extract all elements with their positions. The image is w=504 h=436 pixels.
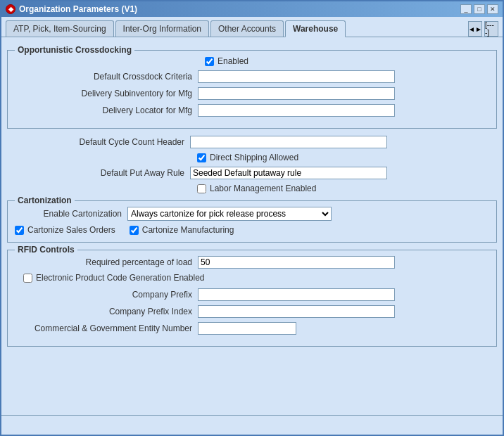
cartonize-sales-orders-checkbox[interactable] [15, 226, 24, 235]
rfid-controls-title: RFID Controls [15, 245, 77, 255]
cartonize-manufacturing-group: Cartonize Manufacturing [130, 225, 234, 235]
tab-atp[interactable]: ATP, Pick, Item-Sourcing [6, 20, 114, 37]
delivery-locator-label: Delivery Locator for Mfg [15, 105, 198, 115]
title-bar-left: ◆ Organization Parameters (V1) [6, 4, 137, 14]
enable-cartonization-label: Enable Cartonization [15, 209, 127, 219]
electronic-product-checkbox[interactable] [23, 274, 32, 283]
company-prefix-index-row: Company Prefix Index [15, 305, 489, 318]
electronic-product-row: Electronic Product Code Generation Enabl… [23, 273, 489, 283]
cartonize-checkboxes-row: Cartonize Sales Orders Cartonize Manufac… [15, 225, 489, 235]
close-button[interactable]: ✕ [487, 4, 498, 14]
tab-prev-button[interactable]: ◄► [468, 21, 482, 37]
cartonize-manufacturing-checkbox[interactable] [130, 226, 139, 235]
enabled-row: Enabled [205, 56, 489, 66]
labor-management-row: Labor Management Enabled [197, 184, 497, 193]
required-percentage-label: Required percentage of load [15, 257, 198, 267]
delivery-subinventory-row: Delivery Subinventory for Mfg [15, 87, 489, 100]
cartonization-section: Cartonization Enable Cartonization Alway… [7, 200, 497, 243]
company-prefix-label: Company Prefix [15, 290, 198, 300]
company-prefix-index-input[interactable] [198, 305, 395, 318]
tab-warehouse[interactable]: Warehouse [285, 20, 346, 37]
tab-inter-org[interactable]: Inter-Org Information [115, 20, 209, 37]
rfid-controls-section: RFID Controls Required percentage of loa… [7, 250, 497, 347]
window-title: Organization Parameters (V1) [19, 4, 137, 14]
enabled-checkbox[interactable] [205, 57, 214, 66]
minimize-button[interactable]: _ [460, 4, 472, 14]
company-prefix-input[interactable] [198, 288, 395, 301]
cartonize-sales-orders-group: Cartonize Sales Orders [15, 225, 115, 235]
required-percentage-input[interactable] [198, 256, 395, 269]
default-put-away-row: Default Put Away Rule [7, 167, 497, 179]
direct-shipping-checkbox[interactable] [197, 153, 206, 162]
opportunistic-crossdocking-section: Opportunistic Crossdocking Enabled Defau… [7, 50, 497, 129]
default-crossdock-label: Default Crossdock Criteria [15, 72, 198, 82]
default-crossdock-row: Default Crossdock Criteria [15, 70, 489, 83]
commercial-entity-input[interactable] [198, 322, 296, 335]
opportunistic-crossdocking-title: Opportunistic Crossdocking [15, 45, 134, 55]
bottom-nav [1, 415, 503, 435]
tab-other-accounts[interactable]: Other Accounts [210, 20, 284, 37]
labor-management-label: Labor Management Enabled [210, 184, 316, 193]
enabled-label: Enabled [218, 56, 248, 66]
content-area: Opportunistic Crossdocking Enabled Defau… [1, 37, 503, 415]
default-cycle-count-row: Default Cycle Count Header [7, 136, 497, 148]
delivery-subinventory-label: Delivery Subinventory for Mfg [15, 89, 198, 98]
direct-shipping-row: Direct Shipping Allowed [197, 153, 497, 162]
cartonize-sales-orders-label: Cartonize Sales Orders [27, 225, 115, 235]
default-cycle-count-label: Default Cycle Count Header [7, 137, 190, 147]
company-prefix-row: Company Prefix [15, 288, 489, 301]
cycle-count-section: Default Cycle Count Header Direct Shippi… [7, 136, 497, 193]
tab-navigation: ◄► [----] [468, 21, 498, 37]
app-icon: ◆ [6, 4, 15, 14]
delivery-locator-row: Delivery Locator for Mfg [15, 104, 489, 117]
default-put-away-label: Default Put Away Rule [7, 168, 190, 178]
cartonization-title: Cartonization [15, 195, 75, 205]
labor-management-checkbox[interactable] [197, 184, 206, 193]
delivery-locator-input[interactable] [198, 104, 395, 117]
title-buttons: _ □ ✕ [460, 4, 498, 14]
commercial-entity-row: Commercial & Government Entity Number [15, 322, 489, 335]
default-put-away-input[interactable] [190, 167, 387, 179]
maximize-button[interactable]: □ [474, 4, 485, 14]
main-window: ◆ Organization Parameters (V1) _ □ ✕ ATP… [0, 0, 504, 436]
tabs-bar: ATP, Pick, Item-Sourcing Inter-Org Infor… [1, 17, 503, 37]
enable-cartonization-row: Enable Cartonization Always cartonize fo… [15, 207, 489, 221]
default-cycle-count-input[interactable] [190, 136, 387, 148]
company-prefix-index-label: Company Prefix Index [15, 307, 198, 316]
electronic-product-label: Electronic Product Code Generation Enabl… [36, 273, 204, 283]
cartonize-manufacturing-label: Cartonize Manufacturing [142, 225, 234, 235]
title-bar: ◆ Organization Parameters (V1) _ □ ✕ [1, 1, 503, 17]
direct-shipping-label: Direct Shipping Allowed [210, 153, 298, 162]
required-percentage-row: Required percentage of load [15, 256, 489, 269]
commercial-entity-label: Commercial & Government Entity Number [15, 323, 198, 333]
enable-cartonization-select[interactable]: Always cartonize for pick release proces… [127, 207, 332, 221]
delivery-subinventory-input[interactable] [198, 87, 395, 100]
tab-next-button[interactable]: [----] [484, 21, 498, 37]
default-crossdock-input[interactable] [198, 70, 395, 83]
